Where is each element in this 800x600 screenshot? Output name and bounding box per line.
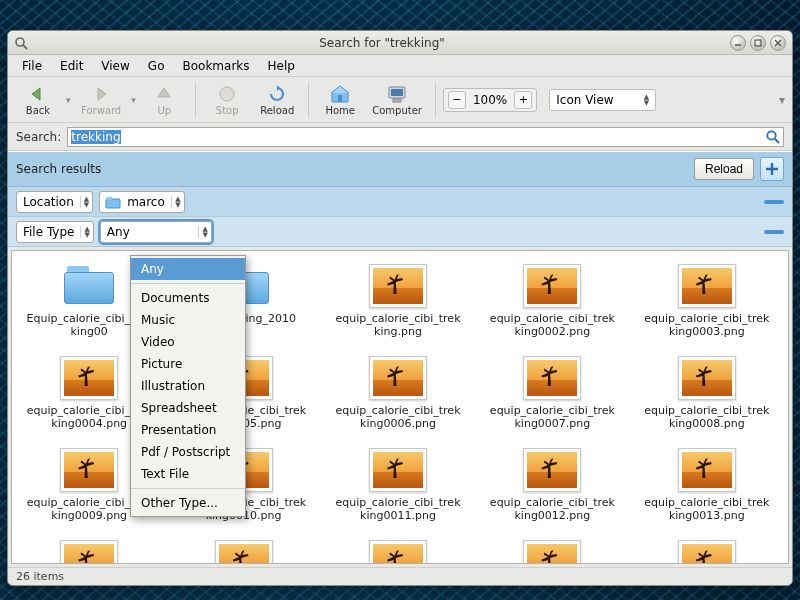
filetype-option[interactable]: Illustration — [131, 375, 245, 397]
filetype-option[interactable]: Other Type... — [131, 492, 245, 514]
file-item[interactable]: equip_calorie_cibi_trekking0016.png — [321, 537, 475, 564]
menu-bookmarks[interactable]: Bookmarks — [174, 57, 257, 75]
reload-icon — [267, 84, 287, 104]
remove-filter-button[interactable] — [764, 200, 784, 204]
back-button[interactable]: Back — [14, 80, 62, 120]
titlebar[interactable]: Search for "trekking" — [8, 31, 792, 55]
home-button[interactable]: Home — [316, 80, 364, 120]
image-thumbnail-icon — [677, 263, 737, 309]
zoom-level: 100% — [469, 93, 511, 107]
arrow-left-icon — [28, 84, 48, 104]
file-item[interactable]: equip_calorie_cibi_trekking0017.png — [475, 537, 629, 564]
filetype-label-dropdown[interactable]: File Type ▲▼ — [16, 221, 94, 243]
filetype-option[interactable]: Picture — [131, 353, 245, 375]
file-name: equip_calorie_cibi_trekking0007.png — [487, 404, 617, 430]
image-thumbnail-icon — [368, 539, 428, 564]
filter-row-location: Location ▲▼ marco ▲▼ — [8, 187, 792, 217]
filetype-option[interactable]: Documents — [131, 287, 245, 309]
minimize-button[interactable] — [730, 35, 746, 51]
view-mode-label: Icon View — [556, 93, 613, 107]
add-filter-button[interactable] — [760, 157, 784, 181]
image-thumbnail-icon — [59, 447, 119, 493]
file-name: equip_calorie_cibi_trekking0013.png — [642, 496, 772, 522]
filetype-option[interactable]: Text File — [131, 463, 245, 485]
toolbar-overflow[interactable]: ▾ — [777, 93, 786, 107]
stop-button: Stop — [203, 80, 251, 120]
file-name: equip_calorie_cibi_trekking0006.png — [333, 404, 463, 430]
search-input[interactable] — [68, 129, 763, 145]
file-item[interactable]: equip_calorie_cibi_trekking0018.png — [630, 537, 784, 564]
toolbar-separator — [195, 83, 196, 117]
filetype-value-dropdown[interactable]: Any ▲▼ — [100, 221, 212, 243]
menu-help[interactable]: Help — [260, 57, 303, 75]
filetype-option[interactable]: Pdf / Postscript — [131, 441, 245, 463]
file-name: equip_calorie_cibi_trekking.png — [333, 312, 463, 338]
chevron-updown-icon: ▲▼ — [198, 226, 210, 238]
file-view[interactable]: Equip_calorie_cibi_trekking00Cibi_trekki… — [11, 250, 789, 564]
view-mode-selector[interactable]: Icon View ▲▼ — [549, 89, 656, 111]
filetype-option[interactable]: Video — [131, 331, 245, 353]
location-dropdown[interactable]: Location ▲▼ — [16, 191, 93, 213]
file-item[interactable]: equip_calorie_cibi_trekking0013.png — [630, 445, 784, 537]
file-item[interactable]: equip_calorie_cibi_trekking0002.png — [475, 261, 629, 353]
file-item[interactable]: equip_calorie_cibi_trekking0012.png — [475, 445, 629, 537]
filetype-option[interactable]: Music — [131, 309, 245, 331]
menu-edit[interactable]: Edit — [52, 57, 91, 75]
file-item[interactable]: equip_calorie_cibi_trekking0007.png — [475, 353, 629, 445]
image-thumbnail-icon — [522, 539, 582, 564]
menu-separator — [131, 283, 245, 284]
file-name: equip_calorie_cibi_trekking0008.png — [642, 404, 772, 430]
arrow-right-icon — [91, 84, 111, 104]
folder-icon — [100, 195, 121, 209]
search-input-container — [67, 127, 784, 147]
file-item[interactable]: equip_calorie_cibi_trekking0011.png — [321, 445, 475, 537]
file-name: equip_calorie_cibi_trekking0003.png — [642, 312, 772, 338]
menu-go[interactable]: Go — [140, 57, 173, 75]
image-thumbnail-icon — [214, 539, 274, 564]
zoom-out-button[interactable]: − — [448, 91, 466, 109]
back-history-dropdown[interactable]: ▾ — [64, 95, 73, 105]
image-thumbnail-icon — [522, 263, 582, 309]
file-item[interactable]: equip_calorie_cibi_trekking0014.png — [12, 537, 166, 564]
filetype-option[interactable]: Presentation — [131, 419, 245, 441]
forward-button: Forward — [75, 80, 127, 120]
filetype-option[interactable]: Spreadsheet — [131, 397, 245, 419]
computer-button[interactable]: Computer — [366, 80, 428, 120]
window-app-icon — [14, 36, 28, 50]
search-submit-button[interactable] — [763, 127, 783, 147]
close-button[interactable] — [770, 35, 786, 51]
zoom-controls: − 100% + — [443, 88, 537, 112]
remove-filter-button[interactable] — [764, 230, 784, 234]
filter-row-filetype: File Type ▲▼ Any ▲▼ — [8, 217, 792, 247]
image-thumbnail-icon — [59, 355, 119, 401]
svg-rect-8 — [338, 95, 342, 102]
image-thumbnail-icon — [522, 447, 582, 493]
image-thumbnail-icon — [677, 447, 737, 493]
maximize-button[interactable] — [750, 35, 766, 51]
forward-history-dropdown[interactable]: ▾ — [129, 95, 138, 105]
file-item[interactable]: equip_calorie_cibi_trekking0003.png — [630, 261, 784, 353]
file-item[interactable]: equip_calorie_cibi_trekking.png — [321, 261, 475, 353]
image-thumbnail-icon — [368, 263, 428, 309]
folder-selector[interactable]: marco ▲▼ — [99, 191, 184, 213]
filetype-option[interactable]: Any — [131, 258, 245, 280]
file-item[interactable]: equip_calorie_cibi_trekking0015.png — [166, 537, 320, 564]
search-label: Search: — [16, 130, 61, 144]
menu-file[interactable]: File — [14, 57, 50, 75]
file-item[interactable]: equip_calorie_cibi_trekking0008.png — [630, 353, 784, 445]
chevron-updown-icon: ▲▼ — [644, 94, 649, 106]
results-reload-button[interactable]: Reload — [694, 158, 754, 180]
menu-view[interactable]: View — [93, 57, 137, 75]
image-thumbnail-icon — [59, 539, 119, 564]
svg-rect-10 — [391, 89, 403, 96]
file-item[interactable]: equip_calorie_cibi_trekking0006.png — [321, 353, 475, 445]
window-title: Search for "trekking" — [34, 36, 730, 50]
computer-icon — [386, 84, 408, 104]
image-thumbnail-icon — [368, 447, 428, 493]
zoom-in-button[interactable]: + — [514, 91, 532, 109]
home-icon — [329, 84, 351, 104]
reload-button[interactable]: Reload — [253, 80, 301, 120]
arrow-up-icon — [154, 84, 174, 104]
magnifier-icon — [765, 129, 781, 145]
svg-point-12 — [767, 131, 775, 139]
